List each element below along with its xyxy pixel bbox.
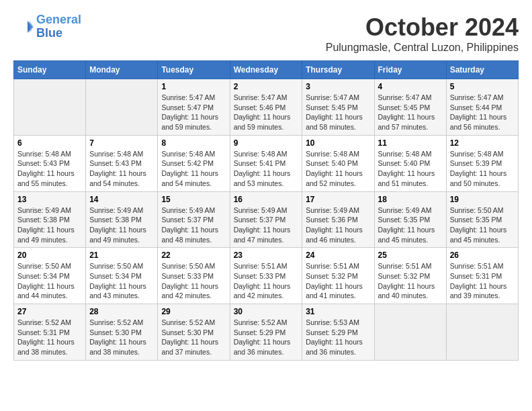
day-info: Sunrise: 5:47 AMSunset: 5:45 PMDaylight:… (378, 93, 443, 132)
calendar-cell (446, 304, 518, 361)
calendar-cell: 27Sunrise: 5:52 AMSunset: 5:31 PMDayligh… (14, 304, 86, 361)
calendar-cell: 1Sunrise: 5:47 AMSunset: 5:47 PMDaylight… (158, 79, 230, 136)
day-number: 14 (89, 195, 154, 204)
weekday-header-thursday: Thursday (302, 61, 374, 79)
calendar-table: SundayMondayTuesdayWednesdayThursdayFrid… (13, 60, 519, 361)
day-number: 24 (306, 250, 370, 260)
location-subtitle: Pulungmasle, Central Luzon, Philippines (326, 42, 519, 54)
calendar-cell: 14Sunrise: 5:49 AMSunset: 5:38 PMDayligh… (86, 191, 158, 248)
day-info: Sunrise: 5:49 AMSunset: 5:35 PMDaylight:… (378, 205, 443, 245)
calendar-cell: 29Sunrise: 5:52 AMSunset: 5:30 PMDayligh… (158, 304, 230, 361)
calendar-week-row: 27Sunrise: 5:52 AMSunset: 5:31 PMDayligh… (14, 304, 519, 361)
calendar-cell: 11Sunrise: 5:48 AMSunset: 5:40 PMDayligh… (374, 135, 446, 191)
calendar-cell: 16Sunrise: 5:49 AMSunset: 5:37 PMDayligh… (230, 191, 302, 248)
day-number: 7 (89, 138, 154, 148)
day-info: Sunrise: 5:48 AMSunset: 5:43 PMDaylight:… (89, 149, 154, 189)
calendar-week-row: 6Sunrise: 5:48 AMSunset: 5:43 PMDaylight… (14, 135, 519, 191)
day-number: 30 (234, 307, 299, 316)
day-number: 15 (161, 195, 226, 204)
calendar-cell: 9Sunrise: 5:48 AMSunset: 5:41 PMDaylight… (230, 135, 302, 191)
day-number: 18 (378, 195, 443, 204)
day-info: Sunrise: 5:47 AMSunset: 5:45 PMDaylight:… (306, 93, 370, 132)
logo-line1: General (36, 13, 81, 26)
svg-marker-1 (30, 21, 34, 33)
calendar-cell: 10Sunrise: 5:48 AMSunset: 5:40 PMDayligh… (302, 135, 374, 191)
weekday-header-friday: Friday (374, 61, 446, 79)
day-info: Sunrise: 5:50 AMSunset: 5:34 PMDaylight:… (89, 261, 154, 301)
calendar-cell (374, 304, 446, 361)
day-info: Sunrise: 5:47 AMSunset: 5:44 PMDaylight:… (450, 93, 515, 132)
day-info: Sunrise: 5:52 AMSunset: 5:30 PMDaylight:… (161, 318, 226, 357)
weekday-header-row: SundayMondayTuesdayWednesdayThursdayFrid… (14, 61, 519, 79)
day-info: Sunrise: 5:52 AMSunset: 5:31 PMDaylight:… (17, 318, 82, 357)
weekday-header-saturday: Saturday (446, 61, 518, 79)
logo: General Blue (13, 13, 81, 40)
day-info: Sunrise: 5:48 AMSunset: 5:42 PMDaylight:… (161, 149, 226, 189)
calendar-cell: 4Sunrise: 5:47 AMSunset: 5:45 PMDaylight… (374, 79, 446, 136)
day-number: 5 (450, 82, 515, 91)
day-info: Sunrise: 5:52 AMSunset: 5:29 PMDaylight:… (234, 318, 299, 357)
day-number: 9 (234, 138, 299, 148)
day-info: Sunrise: 5:49 AMSunset: 5:38 PMDaylight:… (89, 205, 154, 245)
logo-icon (13, 17, 34, 37)
calendar-cell: 21Sunrise: 5:50 AMSunset: 5:34 PMDayligh… (86, 248, 158, 304)
day-number: 20 (17, 250, 82, 260)
day-number: 29 (161, 307, 226, 316)
day-number: 17 (306, 195, 370, 204)
calendar-cell: 18Sunrise: 5:49 AMSunset: 5:35 PMDayligh… (374, 191, 446, 248)
day-info: Sunrise: 5:51 AMSunset: 5:32 PMDaylight:… (378, 261, 443, 301)
calendar-cell: 13Sunrise: 5:49 AMSunset: 5:38 PMDayligh… (14, 191, 86, 248)
day-number: 19 (450, 195, 515, 204)
day-info: Sunrise: 5:51 AMSunset: 5:32 PMDaylight:… (306, 261, 370, 301)
calendar-cell: 3Sunrise: 5:47 AMSunset: 5:45 PMDaylight… (302, 79, 374, 136)
day-number: 31 (306, 307, 370, 316)
day-number: 13 (17, 195, 82, 204)
day-info: Sunrise: 5:53 AMSunset: 5:29 PMDaylight:… (306, 318, 370, 357)
calendar-cell: 7Sunrise: 5:48 AMSunset: 5:43 PMDaylight… (86, 135, 158, 191)
day-info: Sunrise: 5:51 AMSunset: 5:33 PMDaylight:… (234, 261, 299, 301)
day-number: 26 (450, 250, 515, 260)
calendar-week-row: 20Sunrise: 5:50 AMSunset: 5:34 PMDayligh… (14, 248, 519, 304)
month-title: October 2024 (326, 13, 519, 42)
calendar-cell: 31Sunrise: 5:53 AMSunset: 5:29 PMDayligh… (302, 304, 374, 361)
calendar-cell (14, 79, 86, 136)
calendar-cell: 24Sunrise: 5:51 AMSunset: 5:32 PMDayligh… (302, 248, 374, 304)
calendar-cell: 6Sunrise: 5:48 AMSunset: 5:43 PMDaylight… (14, 135, 86, 191)
logo-line2: Blue (36, 26, 62, 40)
day-number: 23 (234, 250, 299, 260)
day-number: 1 (161, 82, 226, 91)
day-number: 8 (161, 138, 226, 148)
day-number: 11 (378, 138, 443, 148)
day-info: Sunrise: 5:50 AMSunset: 5:34 PMDaylight:… (17, 261, 82, 301)
day-number: 3 (306, 82, 370, 91)
calendar-cell: 23Sunrise: 5:51 AMSunset: 5:33 PMDayligh… (230, 248, 302, 304)
calendar-cell: 2Sunrise: 5:47 AMSunset: 5:46 PMDaylight… (230, 79, 302, 136)
day-info: Sunrise: 5:47 AMSunset: 5:46 PMDaylight:… (234, 93, 299, 132)
calendar-cell: 15Sunrise: 5:49 AMSunset: 5:37 PMDayligh… (158, 191, 230, 248)
day-info: Sunrise: 5:48 AMSunset: 5:40 PMDaylight:… (378, 149, 443, 189)
calendar-cell: 5Sunrise: 5:47 AMSunset: 5:44 PMDaylight… (446, 79, 518, 136)
day-info: Sunrise: 5:49 AMSunset: 5:36 PMDaylight:… (306, 205, 370, 245)
weekday-header-tuesday: Tuesday (158, 61, 230, 79)
day-number: 2 (234, 82, 299, 91)
day-number: 10 (306, 138, 370, 148)
weekday-header-sunday: Sunday (14, 61, 86, 79)
day-number: 25 (378, 250, 443, 260)
calendar-cell: 8Sunrise: 5:48 AMSunset: 5:42 PMDaylight… (158, 135, 230, 191)
calendar-cell: 26Sunrise: 5:51 AMSunset: 5:31 PMDayligh… (446, 248, 518, 304)
weekday-header-wednesday: Wednesday (230, 61, 302, 79)
day-number: 6 (17, 138, 82, 148)
calendar-week-row: 13Sunrise: 5:49 AMSunset: 5:38 PMDayligh… (14, 191, 519, 248)
day-info: Sunrise: 5:50 AMSunset: 5:35 PMDaylight:… (450, 205, 515, 245)
day-number: 21 (89, 250, 154, 260)
day-number: 27 (17, 307, 82, 316)
day-info: Sunrise: 5:49 AMSunset: 5:38 PMDaylight:… (17, 205, 82, 245)
day-info: Sunrise: 5:49 AMSunset: 5:37 PMDaylight:… (234, 205, 299, 245)
calendar-cell: 28Sunrise: 5:52 AMSunset: 5:30 PMDayligh… (86, 304, 158, 361)
calendar-cell: 20Sunrise: 5:50 AMSunset: 5:34 PMDayligh… (14, 248, 86, 304)
weekday-header-monday: Monday (86, 61, 158, 79)
day-info: Sunrise: 5:48 AMSunset: 5:41 PMDaylight:… (234, 149, 299, 189)
day-number: 22 (161, 250, 226, 260)
calendar-week-row: 1Sunrise: 5:47 AMSunset: 5:47 PMDaylight… (14, 79, 519, 136)
day-info: Sunrise: 5:47 AMSunset: 5:47 PMDaylight:… (161, 93, 226, 132)
